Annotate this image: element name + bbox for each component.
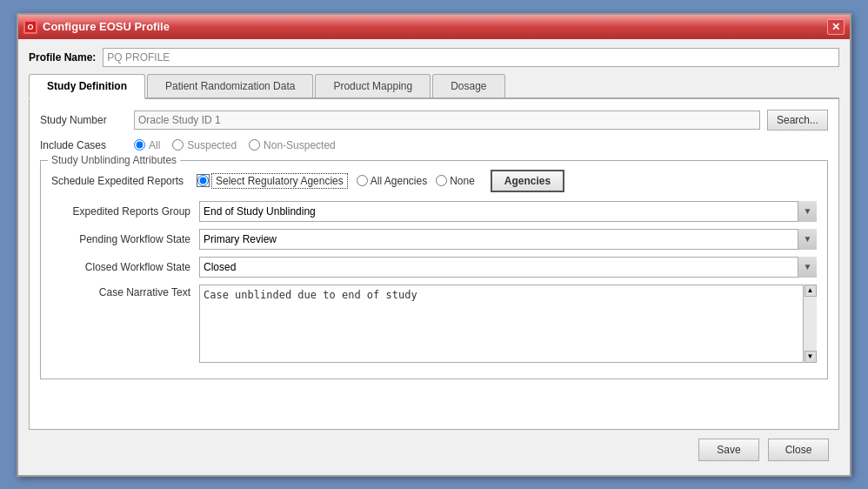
tab-study-definition[interactable]: Study Definition [29,74,145,99]
schedule-all-agencies[interactable]: All Agencies [357,175,427,187]
closed-workflow-select[interactable]: Closed [199,257,817,278]
narrative-scrollbar: ▲ ▼ [803,285,817,363]
narrative-textarea[interactable]: Case unblinded due to end of study [199,285,817,363]
include-cases-non-suspected-radio[interactable] [249,139,260,151]
save-button[interactable]: Save [698,439,759,461]
include-cases-suspected[interactable]: Suspected [172,139,237,151]
schedule-all-agencies-label: All Agencies [371,175,427,187]
narrative-label: Case Narrative Text [51,285,199,298]
schedule-none[interactable]: None [436,175,475,187]
pending-workflow-row: Pending Workflow State Primary Review ▼ [51,229,817,250]
include-cases-suspected-label: Suspected [187,139,237,151]
closed-workflow-row: Closed Workflow State Closed ▼ [51,257,817,278]
window-close-button[interactable]: ✕ [827,19,845,35]
study-number-label: Study Number [40,114,127,126]
profile-name-row: Profile Name: [29,48,839,67]
include-cases-non-suspected-label: Non-Suspected [264,139,336,151]
close-button[interactable]: Close [768,439,829,461]
schedule-all-agencies-radio[interactable] [357,175,368,186]
title-bar: O Configure EOSU Profile ✕ [18,15,850,39]
agencies-button[interactable]: Agencies [491,170,564,192]
search-button[interactable]: Search... [767,110,828,131]
profile-name-label: Profile Name: [29,51,96,64]
group-box-legend: Study Unblinding Attributes [48,154,180,166]
tab-content-study-definition: Study Number Search... Include Cases All… [29,99,839,430]
pending-workflow-label: Pending Workflow State [51,233,199,245]
include-cases-label: Include Cases [40,139,127,151]
configure-eosu-window: O Configure EOSU Profile ✕ Profile Name:… [17,13,851,477]
tab-product-mapping[interactable]: Product Mapping [315,74,431,97]
expedited-reports-label: Expedited Reports Group [51,205,199,218]
narrative-wrapper: Case unblinded due to end of study ▲ ▼ [199,285,817,363]
profile-name-input[interactable] [103,48,839,67]
tab-patient-randomization[interactable]: Patient Randomization Data [147,74,313,97]
tabs: Study Definition Patient Randomization D… [29,74,839,99]
expedited-reports-row: Expedited Reports Group End of Study Unb… [51,201,817,222]
pending-workflow-select[interactable]: Primary Review [199,229,817,250]
include-cases-suspected-radio[interactable] [172,139,184,151]
window-body: Profile Name: Study Definition Patient R… [18,39,850,475]
footer: Save Close [29,430,839,466]
narrative-row: Case Narrative Text Case unblinded due t… [51,285,817,363]
study-number-input[interactable] [134,111,760,130]
schedule-none-label: None [450,175,475,187]
include-cases-row: Include Cases All Suspected Non-Suspecte… [40,139,828,151]
title-bar-left: O Configure EOSU Profile [23,20,170,34]
pending-workflow-dropdown-wrapper: Primary Review ▼ [199,229,817,250]
schedule-select-agencies[interactable]: Select Regulatory Agencies [197,173,348,189]
schedule-expedited-row: Schedule Expedited Reports Select Regula… [51,170,817,192]
include-cases-radio-group: All Suspected Non-Suspected [134,139,336,151]
study-unblinding-group: Study Unblinding Attributes Schedule Exp… [40,160,828,379]
scroll-down-button[interactable]: ▼ [805,351,817,363]
scroll-up-button[interactable]: ▲ [805,285,817,297]
include-cases-all-label: All [149,139,160,151]
study-number-row: Study Number Search... [40,110,828,131]
window-title: Configure EOSU Profile [43,20,170,33]
expedited-reports-select[interactable]: End of Study Unblinding [199,201,817,222]
tab-dosage[interactable]: Dosage [432,74,504,97]
schedule-select-agencies-label: Select Regulatory Agencies [211,173,348,189]
expedited-reports-dropdown-wrapper: End of Study Unblinding ▼ [199,201,817,222]
include-cases-all[interactable]: All [134,139,160,151]
app-icon: O [23,20,37,34]
closed-workflow-label: Closed Workflow State [51,261,199,273]
schedule-select-agencies-radio[interactable] [197,175,209,186]
include-cases-non-suspected[interactable]: Non-Suspected [249,139,336,151]
closed-workflow-dropdown-wrapper: Closed ▼ [199,257,817,278]
schedule-radio-group: Select Regulatory Agencies All Agencies … [197,170,564,192]
include-cases-all-radio[interactable] [134,139,145,151]
schedule-none-radio[interactable] [436,175,447,186]
schedule-expedited-label: Schedule Expedited Reports [51,175,190,187]
